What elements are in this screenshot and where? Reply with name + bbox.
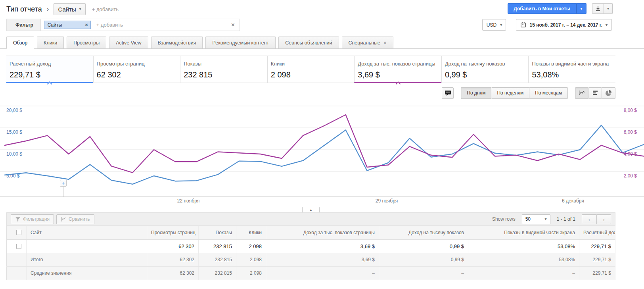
row-checkbox[interactable] (16, 244, 21, 249)
table-filter-button[interactable]: Фильтрация (11, 214, 54, 224)
col-header-impressions[interactable]: Показы (199, 226, 236, 239)
tab-overview[interactable]: Обзор (6, 37, 34, 49)
col-header-site[interactable]: Сайт (27, 226, 147, 239)
tab-close-icon[interactable]: × (383, 40, 387, 46)
table-header-row: Сайт Просмотры страниц Показы Клики Дохо… (7, 226, 615, 239)
col-header-earnings[interactable]: Расчетный доход * (579, 226, 615, 239)
show-rows-label: Show rows (492, 216, 516, 222)
totals-impressions: 232 815 (199, 253, 236, 266)
date-range-label: 15 нояб. 2017 г. – 14 дек. 2017 г. (529, 22, 602, 28)
filter-row: Фильтр Сайты × + добавить × USD ▾ 15 ноя… (0, 15, 644, 31)
totals-label: Итого (27, 253, 147, 266)
averages-row: Средние значения 62 302 232 815 2 098 – … (7, 266, 615, 280)
report-tabs: Обзор Клики Просмотры Active View Взаимо… (0, 37, 644, 49)
right-axis-tick-label: 4,00 $ (624, 151, 637, 157)
tab-views[interactable]: Просмотры (67, 37, 106, 48)
table-toolbar: Фильтрация Сравнить Show rows 50 ▾ 1 - 1… (6, 212, 615, 226)
tab-interactions[interactable]: Взаимодействия (151, 37, 203, 48)
card-page-views[interactable]: Просмотры страниц 62 302 (93, 56, 180, 83)
caret-down-icon: ▾ (545, 217, 547, 221)
currency-select[interactable]: USD ▾ (482, 19, 506, 31)
cell-page-rpm: 3,69 $ (266, 239, 379, 253)
chart-canvas: 5,00 $10,00 $15,00 $20,00 $2,00 $4,00 $6… (0, 102, 644, 204)
card-value: 62 302 (97, 70, 180, 79)
filter-box: Фильтр Сайты × + добавить × (6, 19, 240, 31)
tab-recommended-content[interactable]: Рекомендуемый контент (205, 37, 276, 48)
cell-impression-rpm: 0,99 $ (379, 239, 468, 253)
card-label: Показы (184, 61, 267, 67)
add-report-type-link[interactable]: + добавить (92, 6, 119, 12)
table-filter-label: Фильтрация (23, 216, 50, 222)
date-range-picker[interactable]: 15 нояб. 2017 г. – 14 дек. 2017 г. ▾ (516, 19, 612, 31)
period-by-day-button[interactable]: По дням (461, 87, 491, 99)
card-clicks[interactable]: Клики 2 098 (267, 56, 355, 83)
bar-chart-view-button[interactable] (588, 87, 602, 99)
annotations-button[interactable] (442, 87, 454, 99)
add-to-my-reports-split-button: Добавить в Мои отчеты ▾ (508, 3, 586, 14)
line-chart-view-button[interactable] (575, 87, 588, 99)
card-estimated-earnings[interactable]: Расчетный доход 229,71 $ (6, 56, 93, 83)
card-impression-rpm[interactable]: Доход на тысячу показов 0,99 $ (441, 56, 529, 83)
metric-cards: Расчетный доход 229,71 $ Просмотры стран… (6, 56, 615, 83)
avg-impressions: 232 815 (199, 266, 236, 280)
card-value: 232 815 (184, 70, 267, 79)
filter-chip-label: Сайты (48, 22, 62, 28)
card-viewability[interactable]: Показы в видимой части экрана 53,08% (528, 56, 615, 83)
report-type-dropdown[interactable]: Сайты ▾ (54, 3, 85, 15)
filter-input[interactable]: Сайты × + добавить × (40, 19, 240, 31)
filter-add-link[interactable]: + добавить (96, 22, 123, 28)
card-impressions[interactable]: Показы 232 815 (180, 56, 267, 83)
table-row[interactable]: 62 302 232 815 2 098 3,69 $ 0,99 $ 53,08… (7, 239, 615, 253)
filter-chip-sites[interactable]: Сайты × (44, 21, 91, 29)
col-header-clicks[interactable]: Клики (236, 226, 266, 239)
line-chart-icon (579, 90, 585, 96)
download-button[interactable] (592, 3, 604, 14)
cell-viewability: 53,08% (468, 239, 579, 253)
x-axis-tick-label: 29 ноября (376, 198, 398, 204)
annotation-plus-button[interactable]: + (60, 180, 67, 187)
add-to-my-reports-menu-button[interactable]: ▾ (576, 3, 586, 14)
add-to-my-reports-button[interactable]: Добавить в Мои отчеты (508, 3, 576, 14)
cell-impressions: 232 815 (199, 239, 236, 253)
col-header-page-rpm[interactable]: Доход за тыс. показов страницы (266, 226, 379, 239)
tab-active-view[interactable]: Active View (109, 37, 148, 48)
tab-label: Специальные (349, 40, 381, 46)
chip-close-icon[interactable]: × (85, 22, 88, 28)
collapse-table-button[interactable]: ▲ (302, 207, 320, 212)
tab-label: Рекомендуемый контент (212, 40, 269, 46)
tab-clicks[interactable]: Клики (37, 37, 64, 48)
download-menu-button[interactable]: ▾ (604, 3, 613, 14)
averages-label: Средние значения (27, 266, 147, 280)
avg-impression-rpm: – (379, 266, 468, 280)
caret-down-icon: ▾ (580, 7, 582, 11)
pie-chart-view-button[interactable] (602, 87, 615, 99)
card-value: 229,71 $ (10, 70, 93, 79)
compare-chart-icon (61, 216, 66, 222)
totals-impression-rpm: 0,99 $ (379, 253, 468, 266)
filter-clear-icon[interactable]: × (231, 21, 235, 29)
rows-per-page-select[interactable]: 50 ▾ (522, 214, 550, 224)
col-header-page-views[interactable]: Просмотры страниц (147, 226, 199, 239)
col-header-impression-rpm[interactable]: Доход на тысячу показов (379, 226, 468, 239)
page-title: Тип отчета (6, 5, 42, 13)
period-by-month-button[interactable]: По месяцам (529, 87, 568, 99)
prev-page-button[interactable]: ‹ (582, 214, 596, 224)
tab-label: Обзор (13, 40, 27, 46)
top-actions: Добавить в Мои отчеты ▾ ▾ (508, 3, 613, 14)
col-header-viewability[interactable]: Показы в видимой части экрана (468, 226, 579, 239)
tab-custom[interactable]: Специальные × (342, 37, 393, 48)
cell-earnings: 229,71 $ (579, 239, 615, 253)
table-compare-button[interactable]: Сравнить (56, 214, 94, 224)
period-by-week-button[interactable]: По неделям (491, 87, 529, 99)
card-value: 0,99 $ (445, 70, 529, 79)
select-all-checkbox[interactable] (16, 230, 21, 235)
card-label: Доход на тысячу показов (445, 61, 529, 67)
topbar: Тип отчета › Сайты ▾ + добавить Добавить… (0, 0, 644, 15)
next-page-button[interactable]: › (596, 214, 611, 224)
card-label: Просмотры страниц (97, 61, 180, 67)
x-axis-tick-label: 6 декабря (562, 198, 584, 204)
tab-ad-sessions[interactable]: Сеансы объявлений (278, 37, 339, 48)
card-page-rpm[interactable]: Доход за тыс. показов страницы 3,69 $ (354, 56, 441, 83)
breadcrumb: Тип отчета › Сайты ▾ + добавить (6, 3, 119, 15)
caret-down-icon: ▾ (500, 23, 502, 27)
